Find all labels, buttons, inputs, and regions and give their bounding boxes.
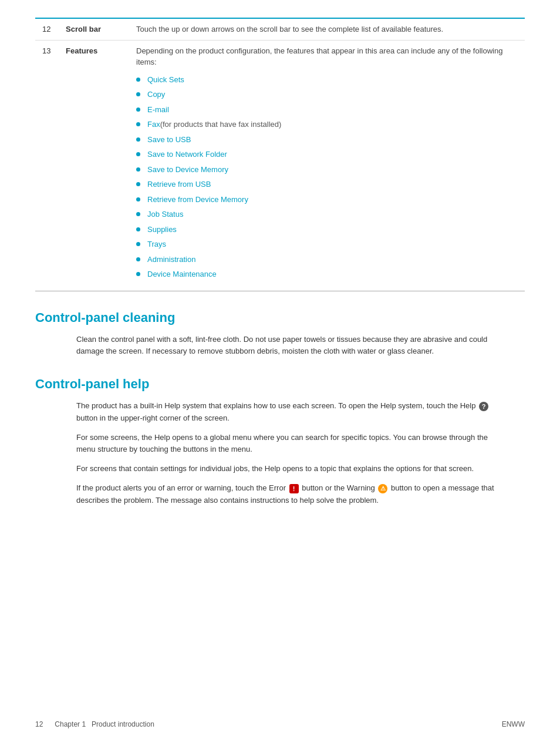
cleaning-heading: Control-panel cleaning (35, 310, 525, 325)
list-item: E-mail (136, 104, 518, 116)
list-item: Fax (for products that have fax installe… (136, 119, 518, 130)
fax-link[interactable]: Fax (147, 119, 160, 130)
bullet-icon (136, 137, 140, 142)
device-maintenance-link[interactable]: Device Maintenance (147, 268, 217, 280)
bullet-icon (136, 257, 140, 261)
save-network-link[interactable]: Save to Network Folder (147, 149, 227, 160)
bullet-icon (136, 272, 140, 276)
administration-link[interactable]: Administration (147, 254, 195, 266)
row-number: 12 (35, 19, 59, 40)
list-item: Retrieve from Device Memory (136, 194, 518, 206)
retrieve-usb-link[interactable]: Retrieve from USB (147, 179, 211, 190)
bullet-icon (136, 107, 140, 112)
bullet-icon (136, 92, 140, 96)
help-para-4: If the product alerts you of an error or… (76, 482, 507, 507)
list-item: Save to USB (136, 134, 518, 146)
bullet-icon (136, 152, 140, 156)
help-body: The product has a built-in Help system t… (35, 400, 525, 507)
help-para-1: The product has a built-in Help system t… (76, 400, 507, 425)
list-item: Quick Sets (136, 74, 518, 86)
bullet-icon (136, 122, 140, 126)
error-icon: ! (289, 484, 299, 493)
list-item: Copy (136, 89, 518, 100)
list-item: Retrieve from USB (136, 179, 518, 190)
save-device-memory-link[interactable]: Save to Device Memory (147, 164, 228, 176)
row-number: 13 (35, 40, 59, 291)
footer-right-label: ENWW (502, 720, 525, 728)
list-item: Save to Network Folder (136, 149, 518, 160)
job-status-link[interactable]: Job Status (147, 209, 183, 220)
trays-link[interactable]: Trays (147, 238, 166, 250)
fax-note: (for products that have fax installed) (160, 119, 282, 130)
row-features-cell: Depending on the product configuration, … (129, 40, 525, 291)
features-intro: Depending on the product configuration, … (136, 46, 502, 67)
list-item: Save to Device Memory (136, 164, 518, 176)
bullet-icon (136, 212, 140, 216)
bullet-icon (136, 242, 140, 246)
table-row-scrollbar: 12 Scroll bar Touch the up or down arrow… (35, 19, 525, 40)
warning-icon: ⚠ (378, 484, 387, 493)
bullet-icon (136, 182, 140, 186)
help-para-3: For screens that contain settings for in… (76, 463, 507, 475)
retrieve-device-memory-link[interactable]: Retrieve from Device Memory (147, 194, 248, 206)
table-row-features: 13 Features Depending on the product con… (35, 40, 525, 291)
chapter-label: Chapter 1 Product introduction (55, 720, 154, 728)
row-label: Scroll bar (59, 19, 129, 40)
list-item: Device Maintenance (136, 268, 518, 280)
cleaning-paragraph: Clean the control panel with a soft, lin… (76, 334, 507, 358)
email-link[interactable]: E-mail (147, 104, 169, 116)
help-para-2: For some screens, the Help opens to a gl… (76, 432, 507, 456)
bullet-icon (136, 78, 140, 82)
quick-sets-link[interactable]: Quick Sets (147, 74, 184, 86)
list-item: Supplies (136, 224, 518, 236)
features-list: Quick Sets Copy E-mail Fax (136, 68, 518, 286)
bullet-icon (136, 197, 140, 201)
save-usb-link[interactable]: Save to USB (147, 134, 191, 146)
copy-link[interactable]: Copy (147, 89, 165, 100)
row-label: Features (59, 40, 129, 291)
supplies-link[interactable]: Supplies (147, 224, 177, 236)
list-item: Trays (136, 238, 518, 250)
page-number: 12 (35, 720, 43, 728)
feature-table: 12 Scroll bar Touch the up or down arrow… (35, 19, 525, 291)
list-item: Job Status (136, 209, 518, 220)
help-heading: Control-panel help (35, 377, 525, 392)
bullet-icon (136, 227, 140, 231)
help-icon: ? (479, 402, 488, 411)
page-footer: 12 Chapter 1 Product introduction ENWW (35, 720, 525, 728)
row-desc: Touch the up or down arrows on the scrol… (129, 19, 525, 40)
list-item: Administration (136, 254, 518, 266)
bullet-icon (136, 167, 140, 172)
cleaning-body: Clean the control panel with a soft, lin… (35, 334, 525, 358)
footer-left: 12 Chapter 1 Product introduction (35, 720, 154, 728)
